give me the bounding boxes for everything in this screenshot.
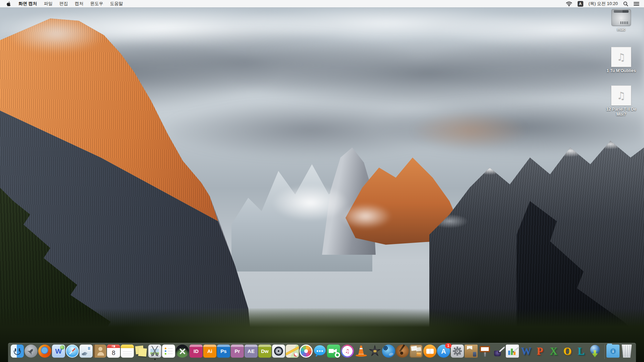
audio-file-icon: ♫ — [611, 47, 631, 67]
apple-menu-icon[interactable] — [5, 1, 15, 6]
powerpoint-letter: P — [537, 346, 543, 356]
dock-item-facetime[interactable] — [327, 345, 340, 358]
dock-item-calendar[interactable]: 2월8 — [107, 345, 120, 358]
dock-item-grab[interactable] — [148, 345, 161, 358]
hard-drive-icon — [611, 9, 631, 26]
dock-item-safari[interactable] — [66, 345, 79, 358]
wallpaper-orange-glow — [386, 111, 553, 151]
dock-item-ibooks[interactable] — [423, 345, 436, 358]
calendar-day-label: 8 — [107, 348, 120, 358]
audio-file-icon: ♫ — [611, 85, 631, 106]
dock-item-downloader[interactable] — [588, 345, 601, 358]
menu-bar: 화면 캡처 파일 편집 캡처 윈도우 도움말 A (목) 오전 10:20 — [0, 0, 644, 7]
dock: W2월8IDAiPsPrAEDwA1WPXOL — [8, 343, 636, 362]
dock-item-mail[interactable] — [79, 345, 93, 358]
app-store-badge: 1 — [445, 343, 451, 348]
dock-item-firefox[interactable] — [38, 345, 51, 358]
app-store-letter: A — [441, 348, 446, 355]
music-note-icon: ♫ — [617, 90, 626, 102]
apple-logo-icon — [7, 1, 11, 6]
calendar-month-label: 2월 — [107, 345, 120, 348]
wallpaper-valley-mist-2 — [329, 201, 402, 231]
dock-separator — [604, 344, 604, 359]
dock-item-photos[interactable] — [300, 345, 313, 358]
dock-item-notes[interactable] — [121, 345, 134, 358]
dock-item-imovie[interactable] — [368, 345, 381, 358]
desktop-icon-label: 1 Tu M'Oublies — [606, 68, 636, 73]
dock-item-pages-09[interactable] — [492, 345, 505, 358]
illustrator-letter: Ai — [207, 349, 212, 354]
dock-item-lync[interactable]: L — [575, 345, 588, 358]
desktop-icon-mac-drive[interactable]: mac — [601, 9, 641, 32]
indesign-letter: ID — [194, 349, 199, 354]
desktop-icon-label: 12 Parle-T-Il De Moi? — [601, 107, 641, 117]
menu-bar-clock[interactable]: (목) 오전 10:20 — [589, 1, 618, 7]
dock-item-stickies[interactable] — [135, 345, 148, 358]
menu-file[interactable]: 파일 — [41, 0, 56, 7]
dock-item-reminders[interactable] — [162, 345, 175, 358]
dock-item-indesign[interactable]: ID — [190, 345, 203, 358]
menu-help[interactable]: 도움말 — [107, 0, 126, 7]
dock-item-dvd-player[interactable] — [382, 345, 395, 358]
dock-item-itunes[interactable] — [341, 345, 354, 358]
app-menu-title[interactable]: 화면 캡처 — [15, 0, 41, 7]
dock-item-aftereffects[interactable]: AE — [245, 345, 258, 358]
dock-item-garageband[interactable] — [396, 345, 409, 358]
desktop-icon-label: mac — [617, 27, 625, 32]
notification-center-icon[interactable] — [634, 2, 639, 6]
word-letter: W — [521, 346, 531, 356]
dock-item-illustrator[interactable]: Ai — [203, 345, 216, 358]
desktop-icon-audio-2[interactable]: ♫ 12 Parle-T-Il De Moi? — [601, 85, 641, 117]
dock-item-system-preferences[interactable] — [451, 345, 464, 358]
menu-bar-status: A (목) 오전 10:20 — [566, 1, 644, 7]
wallpaper — [0, 0, 644, 362]
lync-letter: L — [578, 346, 585, 356]
dock-item-contacts[interactable] — [93, 345, 106, 358]
spotlight-icon[interactable] — [623, 1, 628, 6]
dock-item-finder[interactable] — [11, 345, 24, 358]
desktop: 화면 캡처 파일 편집 캡처 윈도우 도움말 A (목) 오전 10:20 — [0, 0, 644, 362]
webhard-letter: W — [55, 348, 62, 355]
dock-item-trash[interactable] — [620, 345, 633, 358]
dock-item-keynote[interactable] — [478, 345, 491, 358]
dock-item-webhard[interactable]: W — [52, 345, 65, 358]
dock-item-outlook[interactable]: O — [561, 345, 574, 358]
dock-item-messages[interactable] — [313, 345, 326, 358]
menu-capture[interactable]: 캡처 — [71, 0, 87, 7]
dreamweaver-letter: Dw — [261, 349, 269, 354]
dock-item-xee[interactable] — [176, 345, 189, 358]
dock-item-premiere[interactable]: Pr — [231, 345, 244, 358]
music-note-icon: ♫ — [617, 51, 626, 63]
wallpaper-summit-haze — [0, 10, 141, 57]
dock-item-excel[interactable]: X — [547, 345, 560, 358]
dock-item-vlc[interactable] — [355, 345, 368, 358]
menu-bar-left: 화면 캡처 파일 편집 캡처 윈도우 도움말 — [0, 0, 126, 7]
menu-window[interactable]: 윈도우 — [87, 0, 107, 7]
desktop-icon-audio-1[interactable]: ♫ 1 Tu M'Oublies — [601, 47, 641, 73]
excel-letter: X — [550, 346, 557, 356]
premiere-letter: Pr — [235, 349, 240, 354]
dock-item-stuffit[interactable] — [465, 345, 478, 358]
dock-item-app-store[interactable]: A1 — [437, 345, 450, 358]
running-indicator — [154, 359, 156, 360]
aftereffects-letter: AE — [248, 349, 255, 354]
dock-item-numbers-09[interactable] — [506, 345, 519, 358]
input-method-icon[interactable]: A — [578, 1, 583, 7]
dock-item-disc-app[interactable] — [272, 345, 285, 358]
wifi-icon[interactable] — [566, 1, 572, 6]
dock-item-photoshop[interactable]: Ps — [217, 345, 230, 358]
menu-edit[interactable]: 편집 — [56, 0, 71, 7]
dock-item-maps[interactable] — [286, 345, 299, 358]
dock-item-downloads-folder[interactable] — [606, 345, 620, 358]
dock-item-powerpoint[interactable]: P — [533, 345, 546, 358]
dock-item-dreamweaver[interactable]: Dw — [258, 345, 271, 358]
photoshop-letter: Ps — [220, 349, 226, 354]
dock-item-photo-collage[interactable] — [410, 345, 423, 358]
dock-item-word[interactable]: W — [520, 345, 533, 358]
dock-item-launchpad[interactable] — [24, 345, 38, 358]
outlook-letter: O — [563, 346, 571, 356]
